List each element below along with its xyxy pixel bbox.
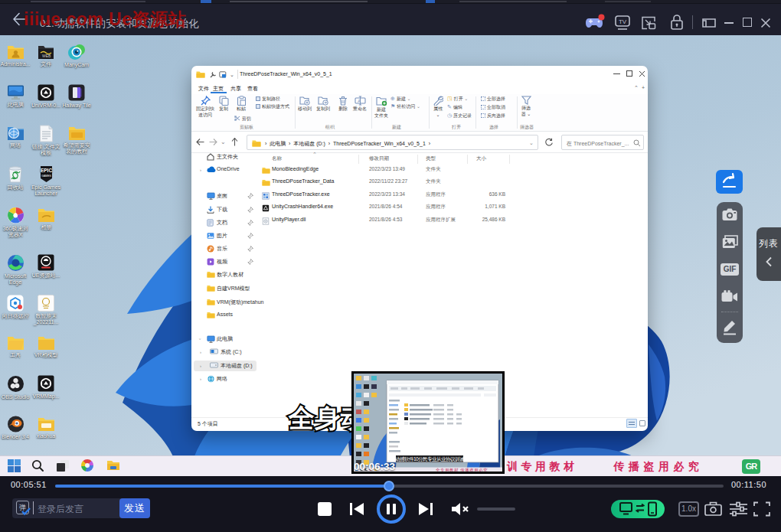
svg-text:WEB: WEB xyxy=(42,54,51,58)
svg-text:GAMES: GAMES xyxy=(41,175,51,178)
svg-text:EPIC: EPIC xyxy=(40,168,51,173)
svg-text:TV: TV xyxy=(619,18,627,25)
svg-text:动捕软件10分民专业从业协议训诫: 动捕软件10分民专业从业协议训诫 xyxy=(395,456,465,462)
svg-text:A: A xyxy=(358,99,361,103)
svg-text:全专用教材 传播盗用必究: 全专用教材 传播盗用必究 xyxy=(436,468,488,472)
